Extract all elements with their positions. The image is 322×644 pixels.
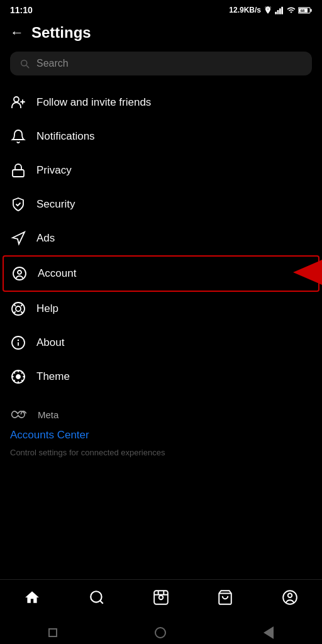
back-button[interactable]: ← bbox=[10, 25, 24, 41]
meta-subtitle: Control settings for connected experienc… bbox=[10, 448, 312, 457]
nav-home[interactable] bbox=[13, 586, 51, 609]
network-speed: 12.9KB/s bbox=[229, 6, 261, 14]
search-container: Search bbox=[10, 52, 312, 75]
svg-rect-2 bbox=[277, 10, 279, 14]
home-icon bbox=[23, 589, 41, 606]
svg-rect-10 bbox=[13, 170, 24, 177]
meta-logo-icon bbox=[10, 409, 33, 420]
privacy-label: Privacy bbox=[36, 164, 72, 177]
profile-icon bbox=[281, 589, 299, 606]
svg-point-12 bbox=[18, 270, 21, 274]
menu-item-follow[interactable]: Follow and invite friends bbox=[0, 86, 322, 119]
follow-icon bbox=[10, 94, 26, 111]
android-nav-bar bbox=[0, 621, 322, 644]
reels-icon bbox=[152, 589, 170, 606]
shop-icon bbox=[216, 589, 234, 606]
svg-rect-6 bbox=[310, 9, 311, 11]
security-label: Security bbox=[36, 198, 75, 211]
svg-rect-4 bbox=[281, 7, 283, 14]
alarm-icon bbox=[264, 6, 272, 14]
meta-section: Meta Accounts Center Control settings fo… bbox=[0, 394, 322, 462]
svg-point-25 bbox=[91, 591, 101, 602]
help-icon bbox=[10, 301, 26, 317]
nav-search[interactable] bbox=[78, 586, 116, 609]
bottom-nav bbox=[0, 579, 322, 621]
page-title: Settings bbox=[31, 24, 91, 42]
menu-item-privacy[interactable]: Privacy bbox=[0, 153, 322, 187]
svg-point-0 bbox=[267, 8, 269, 9]
menu-item-notifications[interactable]: Notifications bbox=[0, 119, 322, 153]
accounts-center-link[interactable]: Accounts Center bbox=[10, 426, 312, 444]
svg-line-17 bbox=[21, 311, 23, 313]
svg-marker-13 bbox=[293, 256, 322, 289]
bell-icon bbox=[10, 128, 26, 145]
status-icons: 68 bbox=[264, 6, 312, 14]
svg-line-26 bbox=[100, 601, 103, 604]
search-nav-icon bbox=[88, 589, 106, 606]
svg-rect-27 bbox=[154, 591, 168, 604]
status-bar: 11:10 12.9KB/s bbox=[0, 0, 322, 18]
header: ← Settings bbox=[0, 18, 322, 52]
nav-reels[interactable] bbox=[142, 586, 180, 609]
meta-text: Meta bbox=[38, 409, 58, 420]
svg-text:68: 68 bbox=[301, 9, 305, 13]
android-recent-button[interactable] bbox=[48, 628, 57, 637]
svg-point-15 bbox=[16, 306, 21, 311]
menu-item-help[interactable]: Help bbox=[0, 292, 322, 326]
menu-list: Follow and invite friends Notifications … bbox=[0, 86, 322, 394]
signal-icon bbox=[274, 6, 284, 14]
menu-item-ads[interactable]: Ads bbox=[0, 221, 322, 255]
follow-label: Follow and invite friends bbox=[36, 96, 151, 109]
menu-item-security[interactable]: Security bbox=[0, 187, 322, 221]
meta-logo: Meta bbox=[10, 409, 312, 420]
search-placeholder: Search bbox=[36, 58, 69, 69]
red-arrow bbox=[293, 253, 322, 294]
status-time: 11:10 bbox=[10, 5, 33, 15]
shield-icon bbox=[10, 196, 26, 213]
about-label: About bbox=[36, 336, 64, 349]
info-icon bbox=[10, 335, 26, 351]
theme-icon bbox=[10, 369, 26, 385]
svg-point-24 bbox=[16, 375, 20, 379]
nav-shop[interactable] bbox=[206, 586, 244, 609]
notifications-label: Notifications bbox=[36, 130, 95, 143]
battery-icon: 68 bbox=[298, 6, 312, 14]
account-label: Account bbox=[38, 267, 76, 280]
svg-point-34 bbox=[288, 594, 292, 598]
svg-line-18 bbox=[14, 311, 16, 313]
theme-label: Theme bbox=[36, 370, 70, 383]
svg-point-11 bbox=[13, 267, 26, 280]
help-label: Help bbox=[36, 303, 58, 315]
svg-line-16 bbox=[14, 304, 16, 306]
account-icon bbox=[11, 265, 28, 282]
svg-line-19 bbox=[21, 304, 23, 306]
ads-label: Ads bbox=[36, 232, 55, 245]
ads-icon bbox=[10, 230, 26, 247]
wifi-icon bbox=[286, 6, 296, 14]
search-icon bbox=[19, 58, 30, 69]
nav-profile[interactable] bbox=[271, 586, 309, 609]
android-home-button[interactable] bbox=[155, 627, 166, 638]
search-bar[interactable]: Search bbox=[10, 52, 312, 75]
android-back-button[interactable] bbox=[264, 626, 274, 639]
svg-rect-3 bbox=[279, 8, 281, 14]
menu-item-account[interactable]: Account bbox=[3, 255, 319, 292]
svg-point-9 bbox=[14, 97, 19, 102]
svg-point-28 bbox=[159, 596, 164, 600]
status-right: 12.9KB/s 68 bbox=[229, 6, 312, 14]
lock-icon bbox=[10, 162, 26, 179]
menu-item-about[interactable]: About bbox=[0, 326, 322, 360]
menu-item-theme[interactable]: Theme bbox=[0, 360, 322, 394]
svg-rect-1 bbox=[275, 12, 277, 14]
